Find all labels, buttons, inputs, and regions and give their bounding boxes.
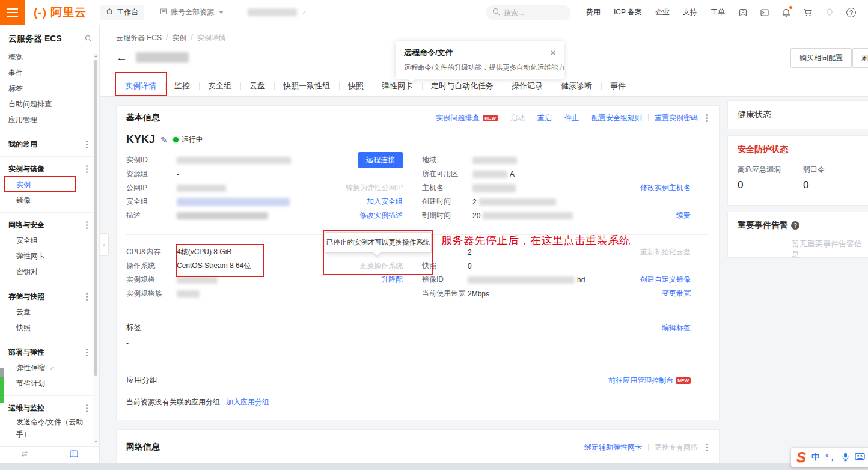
join-sg-link[interactable]: 加入安全组 (367, 197, 403, 207)
tab-events[interactable]: 事件 (601, 75, 635, 96)
start-link[interactable]: 启动 (510, 113, 525, 123)
tab-snapshot-groups[interactable]: 快照一致性组 (274, 75, 339, 96)
nav-icp[interactable]: ICP 备案 (614, 7, 642, 17)
tab-monitoring[interactable]: 监控 (165, 75, 199, 96)
create-image-link[interactable]: 创建自定义镜像 (640, 275, 691, 285)
more-icon[interactable] (86, 352, 88, 353)
sidebar-item-snapshots[interactable]: 快照 (0, 320, 99, 335)
sidebar-search-icon[interactable] (85, 34, 92, 44)
hamburger-menu-icon[interactable] (0, 0, 25, 25)
sidebar-item-savings-plans[interactable]: 节省计划 (0, 376, 99, 391)
keyboard-icon[interactable] (855, 453, 865, 462)
close-icon[interactable]: × (551, 49, 555, 57)
tab-security-groups[interactable]: 安全组 (199, 75, 240, 96)
sidebar-group-network-security[interactable]: 网络与安全 (0, 217, 99, 233)
refresh-button[interactable]: 刷新 (852, 48, 868, 68)
more-icon[interactable] (86, 168, 88, 170)
sidebar-item-disks[interactable]: 云盘 (0, 304, 99, 320)
modify-hostname-link[interactable]: 修改实例主机名 (640, 183, 691, 193)
sidebar-item-overview[interactable]: 概览 (0, 49, 99, 65)
edit-tags-link[interactable]: 编辑标签 (662, 323, 691, 333)
nav-support[interactable]: 支持 (683, 7, 697, 17)
ime-punctuation-mode[interactable]: °， (825, 452, 836, 463)
breadcrumb-ecs[interactable]: 云服务器 ECS (116, 33, 162, 43)
help-icon[interactable]: ? (846, 8, 856, 17)
upgrade-link[interactable]: 升降配 (381, 275, 403, 285)
change-bandwidth-link[interactable]: 变更带宽 (662, 288, 691, 299)
sidebar-item-auto-scaling[interactable]: 弹性伸缩 ↗ (0, 360, 99, 376)
remote-connect-button[interactable]: 远程连接 (358, 152, 403, 168)
reinit-disk-link[interactable]: 重新初始化云盘 (640, 247, 691, 257)
sidebar-item-images[interactable]: 镜像 (0, 192, 99, 208)
sidebar-scrollbar[interactable]: ▲ ▼ (93, 53, 99, 445)
microphone-icon[interactable] (842, 452, 849, 463)
change-vpc-link[interactable]: 更换专有网络 (655, 442, 698, 453)
snapshot-count-link[interactable]: 0 (468, 262, 472, 270)
nav-enterprise[interactable]: 企业 (655, 7, 670, 17)
notifications-bell-icon[interactable] (781, 8, 791, 17)
convert-eip-link[interactable]: 转换为弹性公网IP (346, 183, 403, 193)
workbench-button[interactable]: 工作台 (100, 5, 144, 20)
reset-password-link[interactable]: 重置实例密码 (655, 113, 698, 123)
global-search[interactable] (486, 5, 570, 20)
disk-count-link[interactable]: 2 (468, 248, 472, 257)
sidebar-item-events[interactable]: 事件 (0, 65, 99, 81)
weak-password-count[interactable]: 0 (803, 179, 868, 191)
back-icon[interactable]: ← (116, 52, 127, 63)
sidebar-item-security-groups[interactable]: 安全组 (0, 233, 99, 248)
ime-language-mode[interactable]: 中 (811, 452, 820, 463)
panel-collapse-handle[interactable]: ‹ (100, 233, 109, 256)
more-icon[interactable] (86, 296, 88, 298)
scroll-down-icon[interactable]: ▼ (93, 439, 99, 445)
mobile-app-icon[interactable] (738, 8, 748, 17)
more-actions-icon[interactable] (706, 447, 708, 448)
account-name[interactable]: ✓ (248, 8, 307, 16)
lightbulb-icon[interactable] (825, 8, 834, 17)
app-console-link[interactable]: 前往应用管理控制台 (608, 376, 673, 386)
aliyun-logo[interactable]: (-) 阿里云 (34, 5, 87, 20)
sidebar-item-send-command[interactable]: 发送命令/文件（云助手） (0, 416, 90, 440)
account-scope-dropdown[interactable]: 账号全部资源 (160, 7, 224, 17)
buy-same-config-button[interactable]: 购买相同配置 (790, 48, 852, 68)
help-circle-icon[interactable]: ? (791, 221, 799, 230)
search-input[interactable] (504, 8, 564, 17)
sidebar-item-instances[interactable]: 实例 (0, 177, 99, 192)
sidebar-item-tags[interactable]: 标签 (0, 81, 99, 96)
tab-instance-details[interactable]: 实例详情 (116, 75, 165, 96)
change-os-link[interactable]: 更换操作系统 (359, 261, 403, 271)
sidebar-group-deployment-elasticity[interactable]: 部署与弹性 (0, 344, 99, 360)
join-app-group-link[interactable]: 加入应用分组 (226, 397, 269, 407)
bind-eni-link[interactable]: 绑定辅助弹性网卡 (584, 442, 642, 453)
sidebar-item-app-management[interactable]: 应用管理 (0, 112, 99, 127)
sg-rules-link[interactable]: 配置安全组规则 (591, 113, 642, 123)
tab-snapshots[interactable]: 快照 (339, 75, 373, 96)
sidebar-group-storage-snapshots[interactable]: 存储与快照 (0, 288, 99, 304)
sogou-logo[interactable]: S (796, 450, 806, 465)
more-icon[interactable] (86, 407, 88, 409)
modify-desc-link[interactable]: 修改实例描述 (359, 210, 403, 221)
more-icon[interactable] (86, 144, 88, 145)
sidebar-group-favorites[interactable]: 我的常用 (0, 136, 99, 152)
more-actions-icon[interactable] (706, 117, 708, 119)
switch-version-icon[interactable] (20, 450, 29, 459)
cloudshell-icon[interactable] (760, 8, 769, 17)
sidebar-item-self-diagnosis[interactable]: 自助问题排查 (0, 96, 99, 112)
tab-disks[interactable]: 云盘 (240, 75, 274, 96)
sidebar-group-instances-images[interactable]: 实例与镜像 (0, 161, 99, 177)
sidebar-item-enis[interactable]: 弹性网卡 (0, 248, 99, 264)
collapse-sidebar-icon[interactable] (70, 450, 78, 459)
sidebar-group-ops-monitoring[interactable]: 运维与监控 (0, 400, 99, 416)
diagnose-link[interactable]: 实例问题排查 (436, 113, 479, 123)
restart-link[interactable]: 重启 (537, 113, 552, 123)
edit-icon[interactable]: ✎ (160, 135, 168, 145)
renew-link[interactable]: 续费 (676, 210, 691, 221)
scroll-up-icon[interactable]: ▲ (93, 53, 99, 59)
scrollbar-thumb[interactable] (94, 60, 97, 376)
nav-billing[interactable]: 费用 (586, 7, 601, 17)
sidebar-item-key-pairs[interactable]: 密钥对 (0, 264, 99, 279)
breadcrumb-instances[interactable]: 实例 (172, 33, 186, 43)
stop-link[interactable]: 停止 (564, 113, 579, 123)
vuln-count[interactable]: 0 (738, 179, 803, 191)
cart-icon[interactable] (803, 8, 813, 17)
nav-tickets[interactable]: 工单 (711, 7, 725, 17)
